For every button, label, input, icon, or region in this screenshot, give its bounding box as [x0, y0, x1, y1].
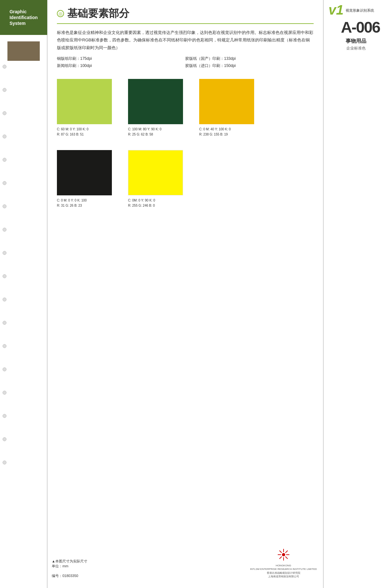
hole-8 — [3, 228, 6, 232]
description-text: 标准色是象征企业精神和企业文化的重要因素，透过视觉传达产生强烈印象，达到色彩在视… — [57, 29, 314, 51]
color-rgb-yellow: R: 255 G: 246 B: 0 — [128, 204, 155, 207]
header-icon: ◎ — [57, 10, 64, 17]
svg-line-6 — [285, 557, 287, 559]
page-code: A-006 — [329, 18, 383, 36]
hole-17 — [3, 437, 6, 441]
hole-18 — [3, 461, 6, 464]
color-rgb-yellow-orange: R: 238 G: 155 B: 19 — [199, 133, 228, 136]
color-cmyk-black: C: 0 M: 0 Y: 0 K: 100 — [57, 199, 87, 202]
color-row-1: C: 60 M: 0 Y: 100 K: 0 R: 87 G: 163 B: 5… — [57, 79, 314, 137]
color-label-black: C: 0 M: 0 Y: 0 K: 100 R: 31 G: 26 B: 23 — [57, 198, 112, 208]
color-item-black: C: 0 M: 0 Y: 0 K: 100 R: 31 G: 26 B: 23 — [57, 150, 112, 208]
left-sidebar: GraphicIdentificationSystem — [0, 0, 47, 588]
color-item-yellow: C: 0M: 0 Y: 90 K: 0 R: 255 G: 246 B: 0 — [128, 150, 183, 208]
system-title: 视觉形象识别系统 — [346, 8, 374, 13]
color-swatch-light-green — [57, 79, 112, 124]
sidebar-logo: GraphicIdentificationSystem — [0, 0, 47, 35]
print-specs: 铜版纸印刷：175dpi 胶版纸（国产）印刷：133dpi 新闻纸印刷：100d… — [57, 55, 314, 69]
color-label-yellow: C: 0M: 0 Y: 90 K: 0 R: 255 G: 246 B: 0 — [128, 198, 183, 208]
print-spec-1: 铜版纸印刷：175dpi — [57, 55, 185, 62]
hole-1 — [3, 65, 6, 69]
color-cmyk-yellow: C: 0M: 0 Y: 90 K: 0 — [128, 199, 155, 202]
color-swatch-dark-green — [128, 79, 183, 124]
hole-6 — [3, 181, 6, 185]
header-icon-symbol: ◎ — [59, 11, 62, 16]
footer-unit: 单位：mm — [52, 564, 87, 569]
sidebar-color-swatch — [7, 41, 40, 61]
right-sidebar: v1 视觉形象识别系统 A-006 事物用品 企业标准色 — [323, 0, 388, 588]
color-item-dark-green: C: 100 M: 80 Y: 90 K: 0 R: 25 G: 62 B: 5… — [128, 79, 183, 137]
svg-line-7 — [285, 551, 287, 553]
footer-size-note: ▲本图尺寸为实际尺寸 — [52, 559, 87, 564]
color-item-yellow-orange: C: 0 M: 40 Y: 100 K: 0 R: 238 G: 155 B: … — [199, 79, 254, 137]
hole-3 — [3, 111, 6, 115]
color-label-light-green: C: 60 M: 0 Y: 100 K: 0 R: 87 G: 163 B: 5… — [57, 127, 112, 137]
right-top-area: v1 视觉形象识别系统 A-006 事物用品 企业标准色 — [324, 0, 388, 54]
company-name: HONGKONG INTLSM ENTERPRISE RESEARCH INST… — [250, 564, 317, 578]
color-item-light-green: C: 60 M: 0 Y: 100 K: 0 R: 87 G: 163 B: 5… — [57, 79, 112, 137]
color-cmyk-light-green: C: 60 M: 0 Y: 100 K: 0 — [57, 127, 89, 131]
hole-9 — [3, 251, 6, 255]
page-title: 基础要素部分 — [67, 6, 129, 21]
subtitle2: 企业标准色 — [329, 46, 383, 51]
hole-7 — [3, 204, 6, 208]
hole-5 — [3, 158, 6, 162]
serial-number: 编号：01803350 — [52, 573, 78, 578]
color-rgb-light-green: R: 87 G: 163 B: 51 — [57, 133, 84, 136]
sidebar-logo-text: GraphicIdentificationSystem — [9, 9, 38, 27]
hole-16 — [3, 414, 6, 418]
color-rgb-dark-green: R: 25 G: 62 B: 58 — [128, 133, 153, 136]
main-content: ◎ 基础要素部分 标准色是象征企业精神和企业文化的重要因素，透过视觉传达产生强烈… — [47, 0, 323, 228]
footer-serial: 编号：01803350 — [52, 573, 78, 578]
color-swatch-yellow-orange — [199, 79, 254, 124]
hole-11 — [3, 298, 6, 301]
company-logo-icon — [277, 548, 290, 561]
vi-badge: v1 — [329, 3, 344, 17]
color-cmyk-yellow-orange: C: 0 M: 40 Y: 100 K: 0 — [199, 127, 231, 131]
color-label-yellow-orange: C: 0 M: 40 Y: 100 K: 0 R: 238 G: 155 B: … — [199, 127, 254, 137]
color-rgb-black: R: 31 G: 26 B: 23 — [57, 204, 82, 207]
print-spec-3: 胶版纸（国产）印刷：133dpi — [185, 55, 314, 62]
footer-note: ▲本图尺寸为实际尺寸 单位：mm — [52, 559, 87, 569]
page-header: ◎ 基础要素部分 — [57, 6, 314, 24]
color-swatch-yellow — [128, 150, 183, 195]
svg-point-0 — [282, 553, 285, 556]
hole-15 — [3, 391, 6, 395]
print-spec-2: 新闻纸印刷：100dpi — [57, 62, 185, 70]
hole-13 — [3, 344, 6, 348]
subtitle1: 事物用品 — [329, 38, 383, 45]
print-spec-4: 胶版纸（进口）印刷：150dpi — [185, 62, 314, 70]
hole-4 — [3, 135, 6, 138]
hole-10 — [3, 274, 6, 278]
color-cmyk-dark-green: C: 100 M: 80 Y: 90 K: 0 — [128, 127, 161, 131]
footer-company: HONGKONG INTLSM ENTERPRISE RESEARCH INST… — [250, 548, 317, 578]
color-label-dark-green: C: 100 M: 80 Y: 90 K: 0 R: 25 G: 62 B: 5… — [128, 127, 183, 137]
hole-12 — [3, 321, 6, 325]
color-row-2: C: 0 M: 0 Y: 0 K: 100 R: 31 G: 26 B: 23 … — [57, 150, 314, 208]
hole-punches — [3, 65, 6, 464]
svg-line-5 — [279, 551, 282, 553]
svg-line-8 — [279, 557, 282, 559]
hole-14 — [3, 367, 6, 371]
hole-2 — [3, 88, 6, 92]
color-swatch-black — [57, 150, 112, 195]
